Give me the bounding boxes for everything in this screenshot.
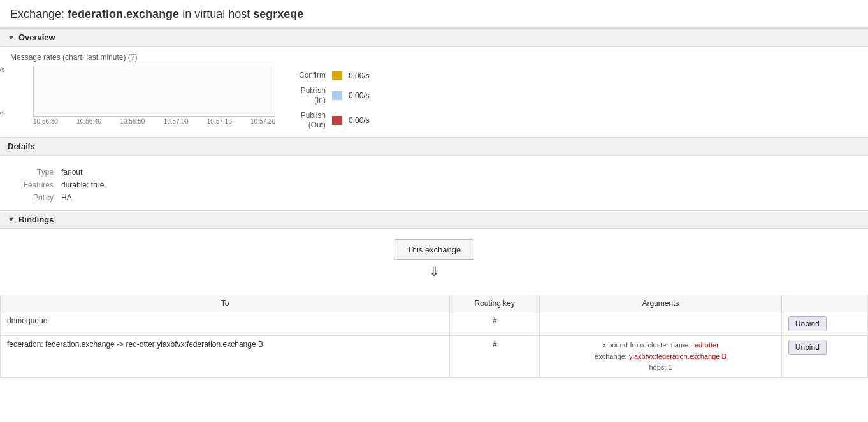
overview-content: Message rates (chart: last minute) (?) 1… [0,47,868,137]
page-title: Exchange: federation.exchange in virtual… [0,0,868,28]
details-table: Type fanout Features durable: true Polic… [10,166,858,204]
binding-row-demoqueue: demoqueue # Unbind [1,312,868,335]
legend-publish-in-color [332,91,342,100]
legend-publish-out-value: 0.00/s [349,116,370,125]
col-header-routing-key: Routing key [450,295,540,312]
details-value-policy: HA [61,193,72,202]
legend-confirm-label: Confirm [278,71,326,81]
details-key-features: Features [10,180,61,189]
binding-unbind-cell-demoqueue: Unbind [781,312,867,335]
chart-container: 1.0/s 0.0/s 10:56:30 10:56:40 10:56:50 1… [10,66,259,125]
legend-publish-out-color [332,116,342,125]
binding-routing-key-federation: # [450,335,540,377]
col-header-arguments: Arguments [540,295,782,312]
details-key-policy: Policy [10,193,61,202]
bindings-table-header-row: To Routing key Arguments [1,295,868,312]
bindings-collapse-arrow[interactable]: ▼ [8,215,15,223]
chart-y-labels: 1.0/s 0.0/s [0,66,5,117]
binding-to-federation: federation: federation.exchange -> red-o… [1,335,450,377]
col-header-to: To [1,295,450,312]
details-key-type: Type [10,168,61,177]
unbind-button-federation[interactable]: Unbind [788,340,827,355]
legend-publish-out-label: Publish(Out) [278,111,326,131]
bindings-label: Bindings [18,215,54,224]
bindings-section-header: ▼ Bindings [0,210,868,229]
binding-row-federation: federation: federation.exchange -> red-o… [1,335,868,377]
details-content: Type fanout Features durable: true Polic… [0,156,868,210]
legend-confirm-color [332,71,342,80]
details-row-type: Type fanout [10,166,858,178]
details-label: Details [8,142,35,151]
chart-x-labels: 10:56:30 10:56:40 10:56:50 10:57:00 10:5… [33,118,275,125]
details-row-policy: Policy HA [10,191,858,204]
legend-row-confirm: Confirm 0.00/s [278,71,370,81]
binding-arguments-demoqueue [540,312,782,335]
chart-box [33,66,275,117]
unbind-button-demoqueue[interactable]: Unbind [788,316,827,331]
bindings-table: To Routing key Arguments demoqueue # Unb… [0,295,868,378]
bindings-area: This exchange ⇓ [0,229,868,289]
chart-area: 1.0/s 0.0/s 10:56:30 10:56:40 10:56:50 1… [10,66,858,131]
details-value-features: durable: true [61,180,104,189]
details-value-type: fanout [61,168,82,177]
binding-arguments-federation: x-bound-from: cluster-name: red-otter ex… [540,335,782,377]
binding-to-demoqueue: demoqueue [1,312,450,335]
overview-section-header: ▼ Overview [0,28,868,47]
message-rates-label: Message rates (chart: last minute) (?) [10,53,858,62]
binding-unbind-cell-federation: Unbind [781,335,867,377]
legend-row-publish-out: Publish(Out) 0.00/s [278,111,370,131]
this-exchange-button[interactable]: This exchange [394,239,475,260]
overview-label: Overview [18,33,55,42]
details-section-header: Details [0,137,868,156]
legend-row-publish-in: Publish(In) 0.00/s [278,86,370,106]
overview-collapse-arrow[interactable]: ▼ [8,34,15,41]
legend-publish-in-value: 0.00/s [349,91,370,100]
col-header-actions [781,295,867,312]
arrow-down-icon: ⇓ [429,264,440,279]
legend-area: Confirm 0.00/s Publish(In) 0.00/s Publis… [278,71,370,131]
arguments-text-federation: x-bound-from: cluster-name: red-otter ex… [546,340,775,374]
details-row-features: Features durable: true [10,178,858,191]
legend-publish-in-label: Publish(In) [278,86,326,106]
binding-routing-key-demoqueue: # [450,312,540,335]
legend-confirm-value: 0.00/s [349,71,370,80]
